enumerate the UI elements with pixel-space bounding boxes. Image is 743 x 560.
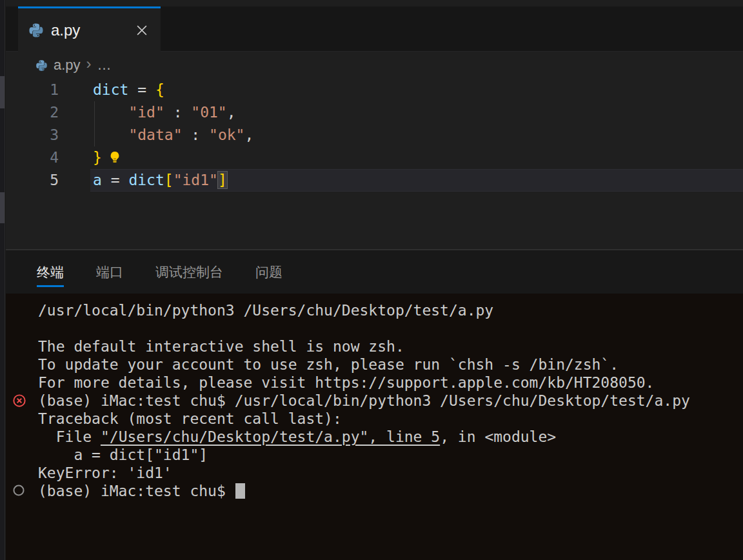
close-icon[interactable]	[134, 22, 150, 39]
vscode-window: a.py a.py › … 1dict = {2 "id" : "01",3 "…	[0, 0, 743, 560]
terminal[interactable]: /usr/local/bin/python3 /Users/chu/Deskto…	[6, 294, 743, 560]
breadcrumb-file[interactable]: a.py	[54, 57, 81, 74]
editor-lines: 1dict = {2 "id" : "01",3 "data" : "ok",4…	[6, 79, 743, 192]
terminal-line: KeyError: 'id1'	[6, 464, 743, 482]
terminal-line: To update your account to use zsh, pleas…	[6, 355, 743, 374]
line-number: 3	[6, 124, 59, 146]
chevron-right-icon: ›	[86, 55, 92, 73]
terminal-line: (base) iMac:test chu$ /usr/local/bin/pyt…	[6, 392, 743, 410]
code-line[interactable]: 1dict = {	[6, 79, 743, 101]
tab-a-py[interactable]: a.py	[18, 6, 161, 52]
title-strip	[6, 0, 743, 6]
terminal-line: /usr/local/bin/python3 /Users/chu/Deskto…	[6, 301, 743, 319]
terminal-line: Traceback (most recent call last):	[6, 410, 743, 428]
code-text: a = dict["id1"]	[93, 169, 227, 192]
code-text: "data" : "ok",	[93, 124, 253, 146]
terminal-line: (base) iMac:test chu$	[6, 482, 743, 500]
editor-region: a.py › … 1dict = {2 "id" : "01",3 "data"…	[6, 52, 743, 249]
rail-decoration	[0, 192, 5, 223]
tab-label: a.py	[51, 21, 80, 39]
file-link[interactable]: "/Users/chu/Desktop/test/a.py", line 5	[101, 428, 440, 445]
panel-tab[interactable]: 调试控制台	[155, 250, 223, 294]
breadcrumb: a.py › …	[6, 52, 743, 79]
lightbulb-icon[interactable]	[108, 150, 122, 165]
code-text: dict = {	[93, 79, 164, 101]
terminal-line: a = dict["id1"]	[6, 446, 743, 464]
code-line[interactable]: 4}	[6, 146, 743, 169]
editor-tabstrip: a.py	[6, 6, 743, 52]
panel-tab[interactable]: 端口	[96, 250, 123, 294]
code-text: "id" : "01",	[93, 101, 236, 124]
panel-tab[interactable]: 终端	[37, 250, 64, 294]
terminal-cursor	[235, 483, 245, 499]
line-number: 5	[6, 169, 59, 192]
line-number: 4	[6, 146, 59, 169]
python-file-icon	[35, 59, 48, 72]
panel-tabbar: 终端端口调试控制台问题	[6, 249, 743, 294]
terminal-line	[6, 319, 743, 337]
command-status-icon[interactable]	[12, 484, 26, 498]
code-line[interactable]: 3 "data" : "ok",	[6, 124, 743, 146]
rail-decoration	[0, 76, 5, 108]
code-line[interactable]: 5a = dict["id1"]	[6, 169, 743, 192]
code-text: }	[93, 146, 122, 169]
terminal-line: The default interactive shell is now zsh…	[6, 337, 743, 355]
line-number: 2	[6, 101, 59, 124]
terminal-line: File "/Users/chu/Desktop/test/a.py", lin…	[6, 428, 743, 446]
command-error-icon[interactable]	[12, 394, 26, 408]
panel-tab[interactable]: 问题	[255, 250, 282, 294]
left-rail	[0, 0, 5, 560]
line-number: 1	[6, 79, 59, 101]
code-line[interactable]: 2 "id" : "01",	[6, 101, 743, 124]
python-file-icon	[28, 23, 44, 38]
terminal-line: For more details, please visit https://s…	[6, 374, 743, 392]
code-area[interactable]: 1dict = {2 "id" : "01",3 "data" : "ok",4…	[6, 79, 743, 192]
breadcrumb-symbols[interactable]: …	[97, 57, 112, 74]
